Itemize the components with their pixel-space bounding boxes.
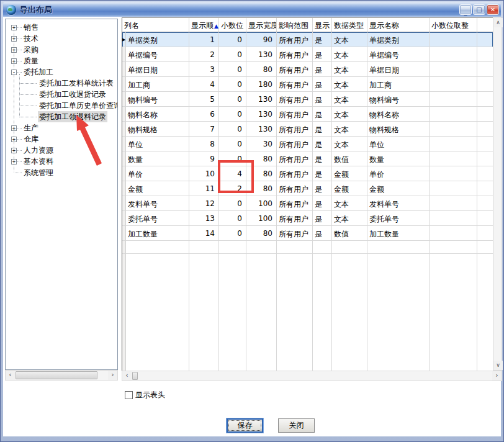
maximize-button[interactable]: □ bbox=[473, 4, 485, 15]
tree-panel[interactable]: +销售+技术+采购+质量-委托加工委托加工发料单统计表委托加工收退货记录委托加工… bbox=[5, 19, 118, 370]
cell: 物料规格 bbox=[126, 122, 189, 137]
tree-item[interactable]: -委托加工 bbox=[6, 66, 117, 78]
cell: 是 bbox=[313, 107, 332, 122]
row-indicator bbox=[122, 107, 126, 122]
tree-item[interactable]: +采购 bbox=[6, 44, 117, 55]
table-row[interactable]: 物料编号50130所有用户是文本物料编号 bbox=[122, 92, 493, 107]
tree-item[interactable]: 委托加工单历史单价查询 bbox=[6, 100, 117, 111]
cell: 所有用户 bbox=[277, 107, 313, 122]
column-header-7[interactable]: 数据类型 bbox=[332, 18, 367, 32]
cell: 80 bbox=[246, 166, 277, 181]
scroll-up-button[interactable]: ∧ bbox=[493, 18, 503, 27]
grid-vscrollbar[interactable]: ∧ ∨ bbox=[493, 17, 502, 371]
tree-hscrollbar[interactable]: ‹ › bbox=[5, 370, 118, 381]
cell: 文本 bbox=[332, 92, 367, 107]
column-header-3[interactable]: 小数位 bbox=[219, 18, 246, 32]
tree-item-label: 人力资源 bbox=[22, 145, 55, 156]
tree-item[interactable]: 系统管理 bbox=[6, 167, 117, 178]
cell: 单据类别 bbox=[367, 32, 430, 47]
export-layout-grid[interactable]: 列名显示顺▲小数位显示宽度影响范围显示数据类型显示名称小数位取整 ▶单据类别10… bbox=[122, 17, 493, 371]
cell: 30 bbox=[246, 137, 277, 151]
window-controls: _ □ ✕ bbox=[459, 4, 501, 15]
scroll-thumb[interactable] bbox=[132, 372, 138, 380]
cell: 0 bbox=[219, 211, 246, 226]
minimize-button[interactable]: _ bbox=[459, 4, 472, 15]
tree-expander-icon[interactable]: + bbox=[11, 148, 17, 153]
tree-item[interactable]: 委托加工发料单统计表 bbox=[6, 78, 117, 89]
column-header-2[interactable]: 显示顺▲ bbox=[189, 18, 219, 32]
cell: 是 bbox=[313, 62, 332, 77]
cell: 文本 bbox=[332, 122, 367, 137]
close-button[interactable]: ✕ bbox=[487, 4, 499, 15]
tree-expander-icon[interactable]: + bbox=[11, 58, 17, 64]
table-row[interactable]: 单据日期3080所有用户是文本单据日期 bbox=[122, 62, 493, 77]
table-row[interactable]: 发料单号120100所有用户是文本发料单号 bbox=[122, 196, 493, 211]
column-header-1[interactable]: 列名 bbox=[122, 18, 189, 32]
table-row[interactable]: 加工数量14080所有用户是数值加工数量 bbox=[122, 226, 493, 241]
scroll-down-button[interactable]: ∨ bbox=[493, 361, 503, 370]
column-header-8[interactable]: 显示名称 bbox=[367, 18, 430, 32]
table-row[interactable]: 单价10480所有用户是金额单价 bbox=[122, 166, 493, 181]
empty-area[interactable] bbox=[122, 254, 493, 371]
table-row[interactable]: 单据编号20130所有用户是文本单据编号 bbox=[122, 47, 493, 62]
table-row[interactable]: ▶单据类别1090所有用户是文本单据类别 bbox=[122, 32, 493, 47]
cell: 数量 bbox=[367, 151, 430, 166]
title-bar[interactable]: 导出布局 _ □ ✕ bbox=[3, 2, 501, 17]
cell bbox=[477, 137, 493, 151]
close-dialog-button[interactable]: 关闭 bbox=[278, 418, 315, 433]
column-header-5[interactable]: 影响范围 bbox=[277, 18, 313, 32]
tree-item-label: 委托加工单历史单价查询 bbox=[38, 100, 118, 111]
scroll-left-button[interactable]: ‹ bbox=[122, 371, 132, 381]
scroll-left-button[interactable]: ‹ bbox=[6, 371, 15, 380]
dialog-client-area: +销售+技术+采购+质量-委托加工委托加工发料单统计表委托加工收退货记录委托加工… bbox=[3, 17, 501, 436]
scroll-right-button[interactable]: › bbox=[492, 371, 502, 381]
row-indicator bbox=[122, 196, 126, 211]
column-header-9[interactable]: 小数位取整 bbox=[430, 18, 477, 32]
save-button[interactable]: 保存 bbox=[227, 418, 263, 433]
cell: 11 bbox=[189, 181, 219, 196]
tree-expander-icon[interactable]: + bbox=[11, 36, 17, 42]
cell: 所有用户 bbox=[277, 181, 313, 196]
cell: 物料名称 bbox=[126, 107, 189, 122]
cell bbox=[477, 241, 493, 254]
table-row[interactable]: 物料名称60130所有用户是文本物料名称 bbox=[122, 107, 493, 122]
tree-item[interactable]: +人力资源 bbox=[6, 145, 117, 156]
table-row[interactable]: 委托单号130100所有用户是文本委托单号 bbox=[122, 211, 493, 226]
tree-item-label: 技术 bbox=[22, 33, 40, 44]
empty-row[interactable] bbox=[122, 241, 493, 254]
table-row[interactable]: 金额11280所有用户是金额金额 bbox=[122, 181, 493, 196]
tree-expander-icon[interactable]: + bbox=[11, 159, 17, 165]
cell: 加工商 bbox=[367, 77, 430, 92]
column-header-6[interactable]: 显示 bbox=[313, 18, 332, 32]
show-header-checkbox[interactable] bbox=[125, 391, 133, 399]
tree-item[interactable]: +销售 bbox=[6, 22, 117, 33]
tree-item[interactable]: +技术 bbox=[6, 33, 117, 44]
tree-item[interactable]: +仓库 bbox=[6, 133, 117, 145]
table-row[interactable]: 物料规格70130所有用户是文本物料规格 bbox=[122, 122, 493, 137]
tree-expander-icon[interactable]: + bbox=[11, 137, 17, 142]
tree-item[interactable]: 委托加工收退货记录 bbox=[6, 89, 117, 100]
scroll-right-button[interactable]: › bbox=[108, 371, 117, 380]
cell: 0 bbox=[219, 62, 246, 77]
tree-expander-icon[interactable]: + bbox=[11, 125, 17, 131]
table-row[interactable]: 加工商40180所有用户是文本加工商 bbox=[122, 77, 493, 92]
tree-expander-icon[interactable]: + bbox=[11, 47, 17, 53]
cell bbox=[477, 151, 493, 166]
column-header-4[interactable]: 显示宽度 bbox=[246, 18, 277, 32]
cell bbox=[477, 196, 493, 211]
tree-item[interactable]: +基本资料 bbox=[6, 156, 117, 167]
table-row[interactable]: 单位8030所有用户是文本单位 bbox=[122, 137, 493, 151]
column-header-label: 数据类型 bbox=[334, 21, 364, 30]
table-row[interactable]: 数量9080所有用户是数值数量 bbox=[122, 151, 493, 166]
cell: 金额 bbox=[126, 181, 189, 196]
tree-item[interactable]: +生产 bbox=[6, 122, 117, 133]
grid-hscrollbar[interactable]: ‹ › bbox=[122, 371, 502, 381]
tree-item[interactable]: +质量 bbox=[6, 55, 117, 66]
tree-item[interactable]: 委托加工领退料记录 bbox=[6, 111, 117, 122]
tree-expander-icon[interactable]: + bbox=[11, 25, 17, 30]
cell: 单据类别 bbox=[126, 32, 189, 47]
scroll-thumb[interactable] bbox=[16, 371, 97, 379]
tree-connector bbox=[19, 117, 37, 117]
tree-expander-icon[interactable]: - bbox=[11, 70, 17, 75]
cell: 5 bbox=[189, 92, 219, 107]
